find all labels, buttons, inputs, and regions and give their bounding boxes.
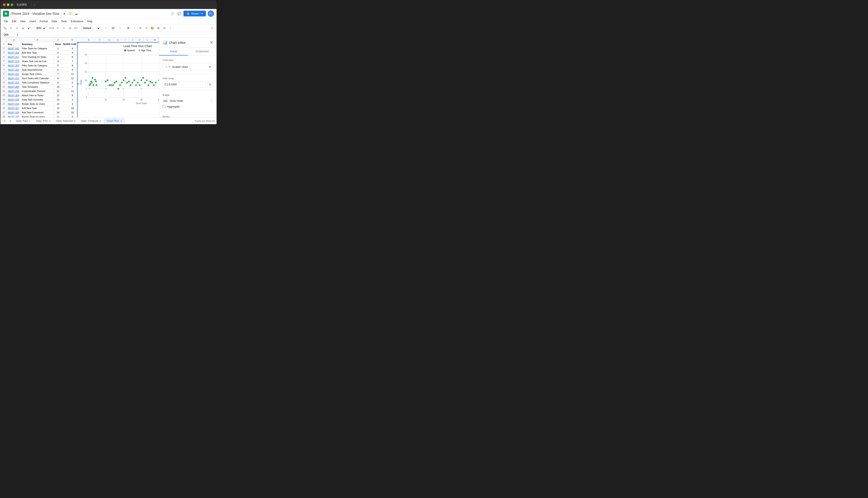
summary-cell[interactable]: Assign Tasks to Users bbox=[21, 115, 54, 118]
summary-cell[interactable]: Sync Tasks with Calendar bbox=[21, 76, 54, 80]
summary-cell[interactable]: Time Tracking for Tasks bbox=[21, 55, 54, 59]
summary-cell[interactable]: Share Task List via Link bbox=[21, 59, 54, 63]
tab-data-trim[interactable]: Data: Trim ▾ bbox=[33, 119, 53, 123]
tab-data-trim-arrow[interactable]: ▾ bbox=[49, 120, 50, 122]
menu-insert[interactable]: Insert bbox=[28, 19, 38, 24]
done-cell[interactable]: 1 bbox=[54, 46, 62, 51]
merge-button[interactable]: ⊟ bbox=[162, 25, 167, 31]
summary-cell[interactable]: Filter Tasks by Category bbox=[21, 46, 54, 51]
close-button[interactable] bbox=[3, 3, 5, 6]
key-cell[interactable]: IM24T-303 bbox=[7, 63, 21, 68]
decimal-dec-button[interactable]: .0 bbox=[61, 25, 66, 31]
key-cell[interactable]: IM24T-324 bbox=[7, 68, 21, 72]
chart-handle-tc[interactable] bbox=[137, 42, 139, 43]
key-cell[interactable]: IM24T-359 bbox=[7, 115, 21, 118]
key-cell[interactable]: IM24T-309 bbox=[7, 93, 21, 97]
add-sheet-button[interactable]: + bbox=[2, 118, 7, 123]
key-cell[interactable]: IM24T-313 bbox=[7, 76, 21, 80]
select-range-button[interactable]: ⊞ bbox=[207, 81, 213, 88]
tab-data-selected-arrow[interactable]: ▾ bbox=[74, 120, 75, 122]
paint-format-button[interactable]: 🖌 bbox=[26, 25, 31, 31]
summary-cell[interactable]: Attach Files to Tasks bbox=[21, 93, 54, 97]
done-cell[interactable]: 16 bbox=[54, 110, 62, 115]
key-cell[interactable]: IM24T-334 bbox=[7, 89, 21, 93]
col-header-f[interactable]: F bbox=[95, 38, 105, 42]
col-header-i[interactable]: I bbox=[122, 38, 129, 42]
maximize-button[interactable] bbox=[11, 3, 13, 6]
strikethrough-button[interactable]: S bbox=[138, 25, 143, 31]
font-family-select[interactable]: Default... bbox=[81, 26, 100, 30]
tab-chart-run-arrow[interactable]: ▾ bbox=[121, 120, 122, 122]
italic-button[interactable]: I bbox=[131, 25, 137, 31]
data-range-input[interactable] bbox=[163, 81, 205, 88]
avatar[interactable]: YL bbox=[208, 11, 214, 17]
summary-cell[interactable]: Task Dependencies bbox=[21, 68, 54, 72]
done-cell[interactable]: 6 bbox=[54, 68, 62, 72]
key-cell[interactable]: IM24T-360 bbox=[7, 85, 21, 89]
key-cell[interactable]: IM24T-318 bbox=[7, 59, 21, 63]
key-cell[interactable]: IM24T-342 bbox=[7, 46, 21, 51]
print-button[interactable]: 🖨 bbox=[20, 25, 26, 31]
key-cell[interactable]: IM24T-317 bbox=[7, 55, 21, 59]
font-size-input[interactable] bbox=[109, 26, 117, 30]
col-header-e[interactable]: E bbox=[82, 38, 95, 42]
menu-tools[interactable]: Tools bbox=[59, 19, 68, 24]
summary-cell[interactable]: Assign Tasks to Users bbox=[21, 102, 54, 106]
done-cell[interactable]: 12 bbox=[54, 93, 62, 97]
col-header-c[interactable]: C bbox=[54, 38, 62, 42]
col-header-m[interactable]: M bbox=[151, 38, 159, 42]
share-dropdown-arrow[interactable]: ▾ bbox=[200, 12, 203, 15]
tab-data-compute-arrow[interactable]: ▾ bbox=[100, 120, 101, 122]
more-toolbar[interactable]: ⋮ bbox=[167, 25, 173, 31]
menu-extensions[interactable]: Extensions bbox=[69, 19, 85, 24]
summary-cell[interactable]: Task Completion Statistics bbox=[21, 80, 54, 85]
col-header-k[interactable]: K bbox=[136, 38, 143, 42]
search-button[interactable]: 🔍 bbox=[2, 25, 8, 31]
bold-button[interactable]: B bbox=[126, 25, 131, 31]
fill-color-button[interactable]: 🎨 bbox=[150, 25, 155, 31]
minimize-button[interactable] bbox=[7, 3, 9, 6]
summary-cell[interactable]: Add Task Comments bbox=[21, 110, 54, 115]
summary-cell[interactable]: Add New Task bbox=[21, 106, 54, 110]
summary-cell[interactable]: Daily Task Summary bbox=[21, 97, 54, 102]
header-key[interactable]: Key bbox=[7, 42, 21, 46]
done-cell[interactable]: 15 bbox=[54, 106, 62, 110]
key-cell[interactable]: IM24T-336 bbox=[7, 97, 21, 102]
key-cell[interactable]: IM24T-310 bbox=[7, 80, 21, 85]
chart-overlay[interactable]: ⋮ Lead Time Run Chart System Age Time bbox=[77, 42, 159, 117]
tab-setup[interactable]: Setup bbox=[159, 48, 188, 55]
menu-data[interactable]: Data bbox=[50, 19, 59, 24]
done-cell[interactable]: 4 bbox=[54, 59, 62, 63]
tab-data-compute[interactable]: Data: Compute ▾ bbox=[78, 119, 103, 123]
summary-cell[interactable]: Filter Tasks by Category bbox=[21, 63, 54, 68]
header-summary[interactable]: Summary bbox=[21, 42, 54, 46]
borders-button[interactable]: ⊞ bbox=[155, 25, 161, 31]
done-cell[interactable]: 7 bbox=[54, 72, 62, 76]
tab-customize[interactable]: Customize bbox=[188, 48, 217, 55]
done-cell[interactable]: 13 bbox=[54, 97, 62, 102]
col-header-d[interactable]: D bbox=[62, 38, 83, 42]
star-button[interactable]: ★ bbox=[62, 11, 67, 16]
header-done[interactable]: Done bbox=[54, 42, 62, 46]
sheet-menu-button[interactable]: ≡ bbox=[8, 118, 13, 123]
font-size-increase-button[interactable]: + bbox=[117, 25, 123, 31]
col-header-b[interactable]: B bbox=[21, 38, 54, 42]
done-cell[interactable]: 5 bbox=[54, 63, 62, 68]
share-button[interactable]: 🔒 Chart editor Share ▾ bbox=[183, 11, 206, 16]
number-format-button[interactable]: 123 bbox=[73, 25, 78, 31]
decimal-inc-button[interactable]: .00 bbox=[67, 25, 73, 31]
tab-data-raw[interactable]: Data: Raw ▾ bbox=[13, 119, 33, 123]
percent-button[interactable]: % bbox=[55, 25, 61, 31]
folder-button[interactable]: 📁 bbox=[68, 11, 73, 16]
done-cell[interactable]: 17 bbox=[54, 115, 62, 118]
cell-reference-input[interactable] bbox=[2, 33, 15, 37]
chat-button[interactable]: 💬 bbox=[177, 11, 182, 16]
font-size-decrease-button[interactable]: − bbox=[103, 25, 109, 31]
key-cell[interactable]: IM24T-355 bbox=[7, 51, 21, 55]
menu-edit[interactable]: Edit bbox=[10, 19, 18, 24]
col-header-g[interactable]: G bbox=[104, 38, 114, 42]
col-header-l[interactable]: L bbox=[143, 38, 151, 42]
nav-back[interactable]: ‹ bbox=[29, 2, 32, 7]
done-cell[interactable]: 3 bbox=[54, 55, 62, 59]
tab-data-selected[interactable]: Data: Selected ▾ bbox=[53, 119, 78, 123]
